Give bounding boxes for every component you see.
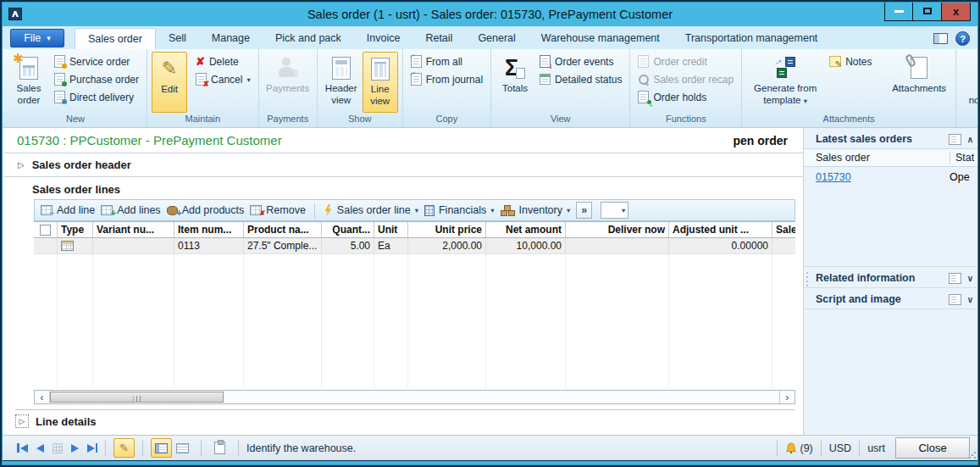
email-notification-button[interactable]: Email notification: [961, 52, 980, 113]
order-credit-icon: [638, 55, 649, 68]
word-excel-template-icon: →: [774, 56, 796, 80]
tab-general[interactable]: General: [465, 28, 528, 49]
next-record-button[interactable]: [71, 444, 79, 453]
from-all-button[interactable]: →From all: [407, 53, 486, 70]
toolbar-overflow-button[interactable]: »: [576, 202, 592, 219]
sales-order-header-section[interactable]: ▷ Sales order header: [3, 153, 803, 177]
factbox-window-icon[interactable]: [949, 134, 961, 145]
close-window-button[interactable]: x: [942, 2, 971, 21]
previous-record-button[interactable]: [36, 444, 44, 453]
col-sale[interactable]: Sale: [772, 222, 795, 237]
service-order-button[interactable]: Service order: [51, 53, 142, 70]
first-record-button[interactable]: [17, 443, 28, 453]
ribbon-group-copy: →From all →From journal Copy: [403, 49, 491, 127]
close-button[interactable]: Close: [895, 437, 970, 459]
horizontal-scrollbar[interactable]: ‹ ›: [34, 390, 795, 404]
group-label-attachments: Attachments: [742, 113, 955, 127]
chevron-down-icon: ▾: [622, 206, 625, 214]
order-holds-button[interactable]: Order holds: [634, 88, 737, 106]
col-variant-number[interactable]: Variant nu...: [93, 222, 174, 237]
cancel-button[interactable]: ✘Cancel▾: [192, 70, 254, 88]
toolbar-combo-box[interactable]: ▾: [601, 202, 628, 219]
inventory-menu[interactable]: Inventory▾: [501, 204, 571, 216]
file-menu-button[interactable]: File ▾: [10, 29, 64, 47]
tab-retail[interactable]: Retail: [412, 28, 465, 49]
purchase-order-button[interactable]: Purchase order: [51, 70, 142, 88]
delete-button[interactable]: ✘Delete: [192, 53, 254, 70]
notifications-bell-icon[interactable]: [785, 442, 797, 454]
add-products-button[interactable]: +Add products: [167, 204, 245, 216]
from-journal-button[interactable]: →From journal: [407, 70, 486, 88]
col-item-number[interactable]: Item num...: [174, 222, 244, 237]
group-label-view: View: [491, 113, 629, 127]
scrollbar-thumb[interactable]: [50, 392, 224, 403]
company-indicator[interactable]: usrt: [867, 442, 885, 454]
sales-order-lines-title: Sales order lines: [3, 177, 803, 199]
order-events-button[interactable]: ↓Order events: [536, 53, 625, 70]
notification-count[interactable]: (9): [800, 442, 812, 454]
table-row[interactable]: 0113 27.5" Comple... 5.00 Ea 2,000.00 10…: [34, 238, 795, 254]
col-type[interactable]: Type: [58, 222, 93, 237]
tab-transportation-management[interactable]: Transportation management: [673, 28, 831, 49]
financials-menu[interactable]: Financials▾: [424, 204, 495, 216]
tab-warehouse-management[interactable]: Warehouse management: [529, 28, 673, 49]
select-all-checkbox[interactable]: [40, 225, 51, 236]
last-record-button[interactable]: [87, 443, 98, 453]
expand-icon[interactable]: ▷: [15, 414, 29, 428]
line-view-button[interactable]: Line view: [363, 52, 398, 113]
layout-pane-icon[interactable]: [933, 33, 948, 44]
scroll-left-button[interactable]: ‹: [35, 391, 50, 403]
direct-delivery-button[interactable]: Direct delivery: [51, 88, 142, 106]
sales-order-link[interactable]: 015730: [816, 171, 851, 183]
help-icon[interactable]: ?: [955, 31, 970, 46]
tab-sell[interactable]: Sell: [156, 28, 199, 49]
related-information-header[interactable]: Related information ∨: [804, 266, 978, 287]
grid-view-toggle[interactable]: [172, 438, 193, 458]
chevron-down-icon: ▾: [490, 206, 494, 214]
col-product-name[interactable]: Product na...: [244, 222, 322, 237]
remove-button[interactable]: ✘Remove: [250, 204, 306, 216]
expand-icon[interactable]: ▷: [18, 160, 25, 170]
edit-button[interactable]: ✎ Edit: [152, 52, 187, 113]
col-deliver-now[interactable]: Deliver now: [566, 222, 669, 237]
latest-sales-orders-header[interactable]: Latest sales orders ∧: [804, 128, 978, 148]
factbox-window-icon[interactable]: [949, 273, 961, 284]
attachments-button[interactable]: Attachments: [887, 52, 951, 113]
col-unit-price[interactable]: Unit price: [408, 222, 486, 237]
tab-invoice[interactable]: Invoice: [354, 28, 413, 49]
scroll-right-button[interactable]: ›: [779, 391, 795, 403]
col-adjusted-unit[interactable]: Adjusted unit ...: [669, 222, 772, 237]
detailed-status-button[interactable]: Detailed status: [536, 70, 625, 88]
chevron-down-icon[interactable]: ∨: [967, 274, 973, 283]
totals-page-icon: [516, 68, 525, 79]
close-icon: x: [953, 6, 959, 17]
line-details-bar[interactable]: ▷ Line details: [15, 409, 795, 431]
col-unit[interactable]: Unit: [374, 222, 408, 237]
chevron-up-icon[interactable]: ∧: [967, 135, 973, 144]
add-lines-button[interactable]: +Add lines: [101, 204, 160, 216]
currency-indicator[interactable]: USD: [829, 442, 851, 454]
chevron-down-icon[interactable]: ∨: [967, 295, 973, 304]
factbox-window-icon[interactable]: [949, 294, 961, 305]
edit-mode-toggle[interactable]: ✎: [114, 438, 135, 458]
add-line-button[interactable]: ←Add line: [41, 204, 95, 216]
totals-button[interactable]: Σ Totals: [496, 52, 534, 113]
script-and-image-header[interactable]: Script and image ∨: [804, 287, 978, 309]
sales-order-button[interactable]: ✱ Sales order: [8, 52, 49, 113]
sales-order-line-menu[interactable]: Sales order line▾: [324, 204, 418, 217]
maximize-button[interactable]: [913, 2, 942, 21]
notes-button[interactable]: Notes: [826, 53, 885, 70]
minimize-button[interactable]: [884, 2, 913, 21]
col-quantity[interactable]: Quant...: [322, 222, 374, 237]
inventory-icon: [501, 205, 515, 216]
details-view-toggle[interactable]: [151, 438, 172, 458]
paperclip-icon: [911, 57, 927, 79]
generate-from-template-button[interactable]: → Generate from template ▾: [746, 52, 824, 113]
col-net-amount[interactable]: Net amount: [486, 222, 566, 237]
tab-manage[interactable]: Manage: [199, 28, 263, 49]
tab-pick-and-pack[interactable]: Pick and pack: [263, 28, 354, 49]
resize-grip[interactable]: [968, 451, 977, 459]
header-view-button[interactable]: Header view: [322, 52, 361, 113]
document-handling-button[interactable]: [209, 438, 230, 458]
tab-sales-order[interactable]: Sales order: [75, 28, 156, 49]
